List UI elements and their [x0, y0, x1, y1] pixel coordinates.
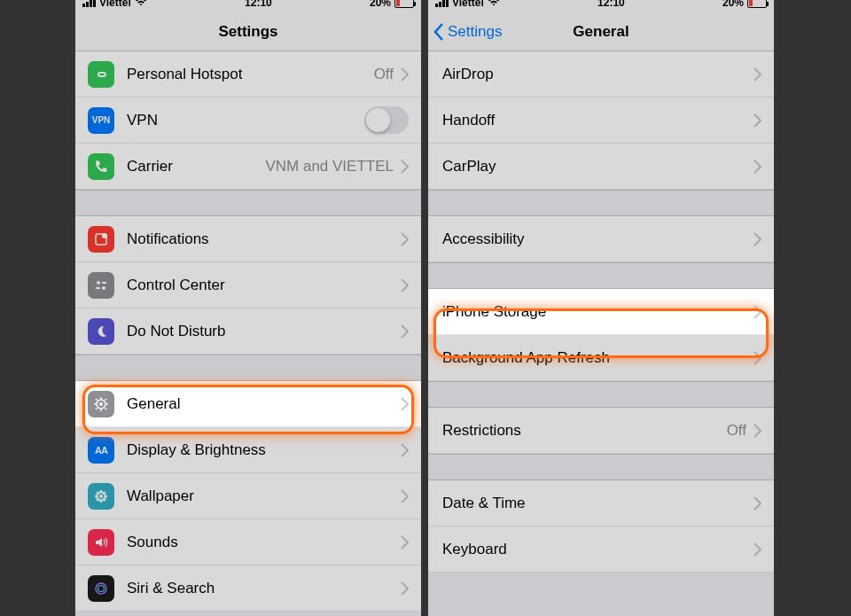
svg-line-15 [105, 399, 107, 401]
svg-line-12 [96, 399, 98, 401]
row-value: VNM and VIETTEL [265, 158, 394, 175]
phone-icon [88, 153, 114, 180]
row-display-brightness[interactable]: AA Display & Brightness [75, 427, 421, 473]
navbar-general: Settings General [428, 12, 774, 51]
row-carplay[interactable]: CarPlay [428, 144, 774, 190]
status-bar: Viettel 12:10 20% [428, 0, 774, 12]
clock: 12:10 [245, 0, 272, 9]
signal-icon [435, 0, 449, 7]
chevron-right-icon [401, 160, 409, 174]
row-label: Keyboard [442, 541, 753, 558]
chevron-right-icon [401, 535, 409, 550]
row-accessibility[interactable]: Accessibility [428, 216, 774, 262]
row-label: Control Center [127, 277, 401, 294]
svg-point-1 [102, 233, 107, 238]
chevron-right-icon [753, 67, 761, 82]
row-label: Siri & Search [127, 580, 401, 597]
general-list: AirDrop Handoff CarPlay Accessibility iP… [428, 51, 774, 616]
chevron-right-icon [753, 160, 761, 174]
back-label: Settings [448, 23, 502, 41]
control-center-icon [88, 272, 114, 299]
svg-line-14 [96, 408, 98, 409]
svg-point-2 [97, 281, 100, 285]
chevron-right-icon [753, 113, 761, 128]
svg-point-7 [99, 402, 103, 406]
chevron-right-icon [753, 305, 761, 319]
wifi-icon [488, 0, 500, 10]
carrier-label: Viettel [452, 0, 484, 9]
chevron-right-icon [753, 232, 761, 246]
svg-point-26 [98, 585, 105, 591]
svg-point-22 [103, 497, 106, 501]
svg-line-13 [105, 408, 107, 409]
chevron-right-icon [753, 424, 761, 438]
back-button[interactable]: Settings [433, 12, 502, 51]
row-notifications[interactable]: Notifications [75, 216, 421, 262]
row-carrier[interactable]: Carrier VNM and VIETTEL [75, 144, 421, 190]
signal-icon [82, 0, 96, 7]
battery-pct: 20% [722, 0, 744, 9]
row-do-not-disturb[interactable]: Do Not Disturb [75, 308, 421, 355]
row-general[interactable]: General [75, 381, 421, 427]
row-iphone-storage[interactable]: iPhone Storage [428, 289, 774, 335]
row-label: Date & Time [442, 495, 753, 512]
row-label: Do Not Disturb [127, 323, 401, 340]
notifications-icon [88, 226, 114, 253]
chevron-right-icon [401, 443, 409, 457]
row-sounds[interactable]: Sounds [75, 519, 421, 565]
row-wallpaper[interactable]: Wallpaper [75, 473, 421, 519]
battery-pct: 20% [370, 0, 391, 9]
moon-icon [88, 318, 114, 345]
clock: 12:10 [597, 0, 625, 9]
row-personal-hotspot[interactable]: Personal Hotspot Off [75, 51, 421, 97]
row-label: Wallpaper [127, 487, 401, 505]
row-label: VPN [127, 112, 364, 129]
row-handoff[interactable]: Handoff [428, 97, 774, 144]
svg-point-24 [103, 491, 106, 495]
navbar-settings: Settings [75, 12, 421, 51]
chevron-right-icon [401, 581, 409, 596]
wifi-icon [135, 0, 147, 10]
status-bar: Viettel 12:10 20% [75, 0, 421, 12]
row-background-refresh[interactable]: Background App Refresh [428, 335, 774, 381]
page-title: General [573, 23, 628, 41]
svg-point-20 [104, 495, 107, 498]
page-title: Settings [218, 23, 277, 41]
row-value: Off [727, 422, 746, 440]
row-label: Background App Refresh [442, 349, 753, 367]
svg-point-19 [95, 495, 98, 498]
row-label: Handoff [442, 112, 753, 129]
row-keyboard[interactable]: Keyboard [428, 526, 774, 573]
gear-icon [88, 391, 114, 417]
row-siri-search[interactable]: Siri & Search [75, 565, 421, 612]
row-label: Notifications [127, 230, 401, 248]
vpn-icon: VPN [88, 107, 114, 134]
chevron-right-icon [753, 542, 761, 557]
row-label: CarPlay [442, 158, 753, 175]
svg-point-18 [99, 499, 103, 503]
svg-rect-5 [96, 287, 100, 289]
row-restrictions[interactable]: Restrictions Off [428, 408, 774, 454]
row-label: Restrictions [442, 422, 727, 440]
svg-point-4 [102, 286, 105, 290]
row-date-time[interactable]: Date & Time [428, 480, 774, 526]
row-airdrop[interactable]: AirDrop [428, 51, 774, 97]
chevron-right-icon [753, 496, 761, 511]
phone-general: Viettel 12:10 20% Settings General AirDr… [428, 0, 774, 616]
row-label: Sounds [127, 534, 401, 551]
display-icon: AA [88, 437, 114, 464]
row-vpn[interactable]: VPN VPN [75, 97, 421, 144]
row-label: Personal Hotspot [127, 66, 374, 83]
chevron-right-icon [401, 67, 409, 82]
svg-point-23 [97, 497, 100, 501]
chevron-right-icon [401, 489, 409, 503]
svg-point-17 [99, 490, 103, 494]
vpn-toggle[interactable] [364, 106, 409, 134]
siri-icon [88, 575, 114, 602]
row-value: Off [374, 66, 394, 83]
svg-point-25 [96, 583, 106, 594]
chevron-right-icon [401, 324, 409, 339]
row-control-center[interactable]: Control Center [75, 262, 421, 308]
row-label: Display & Brightness [127, 441, 401, 459]
svg-rect-3 [102, 282, 106, 284]
